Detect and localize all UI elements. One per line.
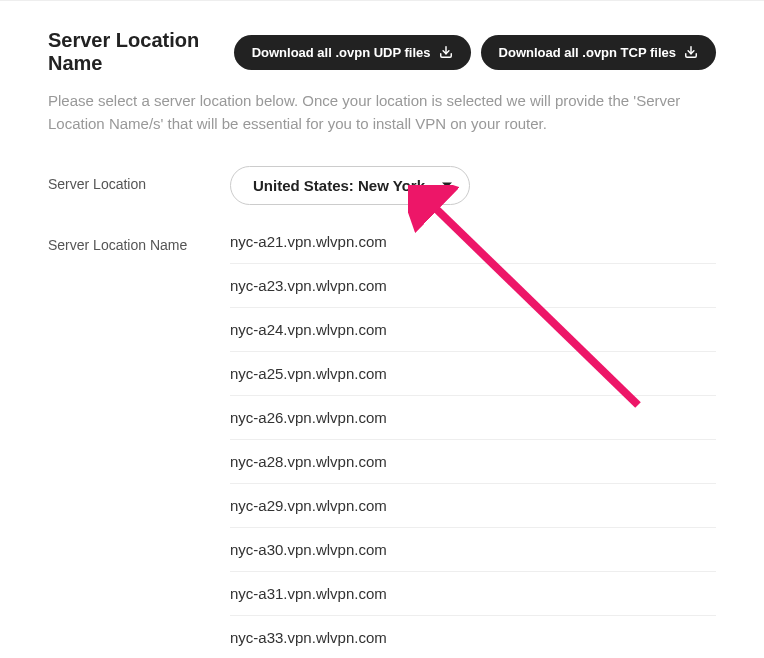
- server-name-item: nyc-a21.vpn.wlvpn.com: [230, 227, 716, 264]
- download-tcp-button[interactable]: Download all .ovpn TCP files: [481, 35, 716, 70]
- server-location-selected-value: United States: New York: [253, 177, 425, 194]
- download-icon: [439, 45, 453, 59]
- server-name-item: nyc-a24.vpn.wlvpn.com: [230, 308, 716, 352]
- server-name-item: nyc-a28.vpn.wlvpn.com: [230, 440, 716, 484]
- server-name-item: nyc-a33.vpn.wlvpn.com: [230, 616, 716, 659]
- server-location-select[interactable]: United States: New York: [230, 166, 470, 205]
- server-name-list: nyc-a21.vpn.wlvpn.comnyc-a23.vpn.wlvpn.c…: [230, 227, 716, 659]
- server-location-row: Server Location United States: New York: [48, 166, 716, 205]
- server-name-item: nyc-a25.vpn.wlvpn.com: [230, 352, 716, 396]
- server-location-label: Server Location: [48, 166, 230, 192]
- server-location-name-label: Server Location Name: [48, 227, 230, 253]
- server-name-item: nyc-a30.vpn.wlvpn.com: [230, 528, 716, 572]
- server-name-item: nyc-a26.vpn.wlvpn.com: [230, 396, 716, 440]
- server-location-name-row: Server Location Name nyc-a21.vpn.wlvpn.c…: [48, 227, 716, 659]
- server-name-item: nyc-a31.vpn.wlvpn.com: [230, 572, 716, 616]
- download-tcp-label: Download all .ovpn TCP files: [499, 45, 676, 60]
- server-location-select-wrap: United States: New York: [230, 166, 470, 205]
- header-row: Server Location Name Download all .ovpn …: [48, 29, 716, 75]
- page-title: Server Location Name: [48, 29, 234, 75]
- server-name-item: nyc-a29.vpn.wlvpn.com: [230, 484, 716, 528]
- main-panel: Server Location Name Download all .ovpn …: [0, 1, 764, 658]
- server-name-item: nyc-a23.vpn.wlvpn.com: [230, 264, 716, 308]
- download-icon: [684, 45, 698, 59]
- download-udp-button[interactable]: Download all .ovpn UDP files: [234, 35, 471, 70]
- download-udp-label: Download all .ovpn UDP files: [252, 45, 431, 60]
- download-button-group: Download all .ovpn UDP files Download al…: [234, 35, 716, 70]
- description-text: Please select a server location below. O…: [48, 89, 688, 136]
